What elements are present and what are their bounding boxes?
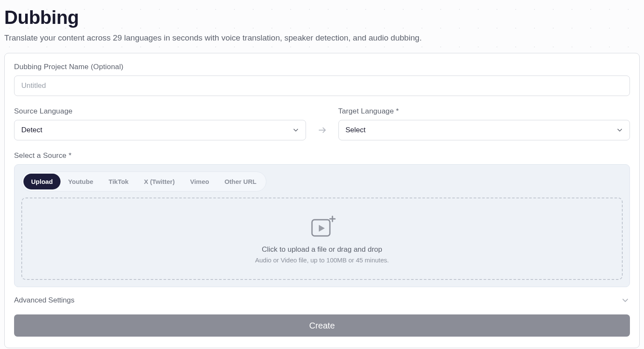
tab-youtube[interactable]: Youtube <box>61 174 101 189</box>
chevron-down-icon <box>616 126 624 134</box>
chevron-down-icon <box>292 126 300 134</box>
page-title: Dubbing <box>4 7 640 28</box>
source-tabs: Upload Youtube TikTok X (Twitter) Vimeo … <box>21 172 266 192</box>
arrow-right-icon <box>314 120 331 140</box>
advanced-settings-label: Advanced Settings <box>14 296 75 305</box>
source-panel: Upload Youtube TikTok X (Twitter) Vimeo … <box>14 164 630 287</box>
tab-upload[interactable]: Upload <box>23 174 61 189</box>
upload-video-icon <box>309 214 336 241</box>
target-language-value: Select <box>346 126 366 134</box>
advanced-settings-toggle[interactable]: Advanced Settings <box>14 296 630 305</box>
tab-vimeo[interactable]: Vimeo <box>182 174 217 189</box>
page-subtitle: Translate your content across 29 languag… <box>4 33 640 43</box>
target-language-label: Target Language * <box>338 107 630 116</box>
tab-xtwitter[interactable]: X (Twitter) <box>136 174 182 189</box>
project-name-input[interactable] <box>14 76 630 96</box>
select-source-label: Select a Source * <box>14 151 630 160</box>
tab-other-url[interactable]: Other URL <box>217 174 264 189</box>
dubbing-form-card: Dubbing Project Name (Optional) Source L… <box>4 53 640 348</box>
source-language-select[interactable]: Detect <box>14 120 306 140</box>
target-language-select[interactable]: Select <box>338 120 630 140</box>
dropzone-subtitle: Audio or Video file, up to 100MB or 45 m… <box>255 256 389 264</box>
svg-marker-2 <box>319 225 325 232</box>
source-language-value: Detect <box>21 126 42 134</box>
file-dropzone[interactable]: Click to upload a file or drag and drop … <box>21 198 623 280</box>
create-button[interactable]: Create <box>14 314 630 337</box>
chevron-down-icon <box>621 296 630 305</box>
dropzone-title: Click to upload a file or drag and drop <box>262 245 382 254</box>
source-language-label: Source Language <box>14 107 306 116</box>
project-name-label: Dubbing Project Name (Optional) <box>14 63 630 71</box>
tab-tiktok[interactable]: TikTok <box>101 174 136 189</box>
